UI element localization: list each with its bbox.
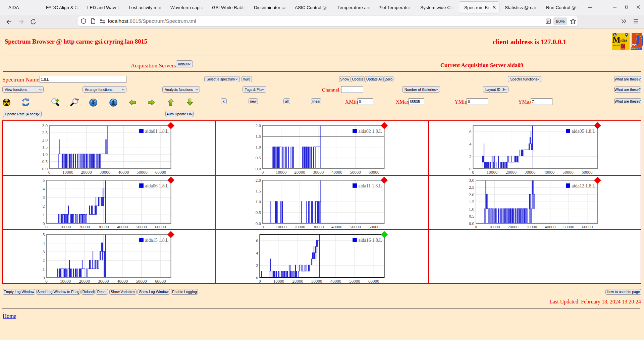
- svg-text:0: 0: [475, 224, 477, 229]
- svg-text:40000: 40000: [117, 224, 128, 229]
- svg-text:60000: 60000: [155, 278, 166, 283]
- svg-text:0.5: 0.5: [255, 210, 261, 215]
- svg-text:10000: 10000: [60, 224, 71, 229]
- svg-text:0: 0: [259, 278, 261, 283]
- svg-text:3: 3: [43, 249, 45, 254]
- svg-text:1.0: 1.0: [42, 152, 48, 157]
- svg-text:0: 0: [261, 170, 264, 175]
- svg-text:5: 5: [43, 232, 45, 237]
- svg-text:0.0: 0.0: [469, 221, 474, 226]
- svg-text:60000: 60000: [155, 170, 166, 175]
- svg-text:powered by: powered by: [613, 45, 620, 46]
- svg-text:2: 2: [43, 204, 45, 209]
- svg-text:2.0: 2.0: [42, 137, 48, 143]
- svg-text:4: 4: [256, 250, 258, 256]
- svg-text:10000: 10000: [62, 170, 73, 175]
- svg-text:0: 0: [43, 221, 45, 226]
- svg-text:30000: 30000: [313, 170, 324, 175]
- svg-text:30000: 30000: [526, 224, 537, 229]
- svg-text:0.5: 0.5: [255, 155, 261, 160]
- svg-text:20000: 20000: [79, 278, 90, 283]
- svg-text:0: 0: [45, 278, 48, 283]
- svg-text:TCL: TCL: [632, 43, 639, 47]
- svg-text:1.0: 1.0: [255, 145, 261, 150]
- svg-text:60000: 60000: [368, 170, 379, 175]
- svg-text:50000: 50000: [562, 170, 574, 175]
- svg-text:aida06 1.8.L: aida06 1.8.L: [145, 183, 169, 188]
- svg-text:20000: 20000: [294, 170, 305, 175]
- svg-text:40000: 40000: [330, 278, 341, 283]
- svg-text:M: M: [612, 35, 621, 44]
- svg-text:20000: 20000: [507, 224, 519, 229]
- svg-text:30000: 30000: [311, 278, 322, 283]
- svg-text:0.0: 0.0: [255, 166, 261, 171]
- svg-text:50000: 50000: [137, 170, 148, 175]
- svg-text:10000: 10000: [489, 224, 500, 229]
- svg-text:0.5: 0.5: [42, 159, 48, 164]
- svg-text:idas: idas: [621, 38, 627, 42]
- svg-text:1.5: 1.5: [255, 188, 261, 193]
- svg-text:0.0: 0.0: [255, 221, 261, 226]
- svg-text:40000: 40000: [545, 224, 556, 229]
- svg-text:0.5: 0.5: [469, 214, 474, 219]
- svg-text:30000: 30000: [98, 224, 109, 229]
- svg-text:20000: 20000: [505, 170, 517, 175]
- svg-text:30000: 30000: [98, 278, 109, 283]
- svg-text:6: 6: [256, 238, 258, 243]
- svg-text:4: 4: [469, 141, 472, 147]
- svg-text:20000: 20000: [79, 224, 90, 229]
- svg-text:10000: 10000: [273, 278, 284, 283]
- svg-text:20000: 20000: [294, 224, 305, 229]
- svg-text:40000: 40000: [331, 224, 342, 229]
- svg-text:40000: 40000: [118, 170, 129, 175]
- svg-text:aida01 1.8.L: aida01 1.8.L: [145, 129, 169, 134]
- svg-text:6: 6: [469, 129, 472, 134]
- svg-text:40000: 40000: [543, 170, 554, 175]
- svg-text:2: 2: [256, 263, 258, 268]
- svg-text:30000: 30000: [525, 170, 536, 175]
- svg-text:60000: 60000: [582, 224, 593, 229]
- svg-text:aida02 1.8.L: aida02 1.8.L: [358, 129, 382, 134]
- svg-text:40000: 40000: [331, 170, 342, 175]
- svg-text:10000: 10000: [60, 278, 71, 283]
- svg-text:2.0: 2.0: [255, 178, 261, 183]
- svg-text:aida05 1.8.L: aida05 1.8.L: [572, 129, 595, 134]
- svg-text:10000: 10000: [486, 170, 497, 175]
- svg-text:60000: 60000: [368, 224, 379, 229]
- svg-text:0: 0: [43, 275, 45, 280]
- svg-text:0: 0: [45, 224, 48, 229]
- svg-text:5: 5: [43, 178, 45, 183]
- svg-text:1.5: 1.5: [469, 199, 474, 204]
- svg-text:60000: 60000: [155, 224, 166, 229]
- svg-text:50000: 50000: [350, 170, 361, 175]
- svg-text:10000: 10000: [276, 224, 287, 229]
- svg-text:3: 3: [43, 195, 45, 200]
- svg-text:2.0: 2.0: [255, 123, 261, 128]
- svg-text:2.5: 2.5: [42, 130, 48, 135]
- svg-text:2.5: 2.5: [469, 185, 474, 190]
- svg-text:0: 0: [48, 170, 51, 175]
- svg-text:10000: 10000: [276, 170, 287, 175]
- svg-text:1: 1: [43, 266, 45, 271]
- svg-text:2: 2: [43, 258, 45, 263]
- svg-text:20000: 20000: [81, 170, 92, 175]
- svg-text:2: 2: [469, 154, 472, 159]
- svg-text:MIDAS: MIDAS: [621, 48, 625, 50]
- svg-text:20000: 20000: [292, 278, 303, 283]
- svg-text:0: 0: [472, 170, 474, 175]
- svg-text:aida16 1.8.L: aida16 1.8.L: [358, 237, 382, 242]
- svg-text:60000: 60000: [581, 170, 592, 175]
- svg-text:30000: 30000: [313, 224, 324, 229]
- svg-text:0: 0: [469, 166, 472, 171]
- svg-text:0: 0: [261, 224, 264, 229]
- svg-text:1.5: 1.5: [42, 145, 48, 150]
- svg-text:4: 4: [43, 186, 45, 191]
- svg-text:50000: 50000: [136, 278, 147, 283]
- svg-text:3.0: 3.0: [469, 178, 474, 183]
- svg-text:50000: 50000: [136, 224, 147, 229]
- svg-text:1.0: 1.0: [255, 199, 261, 204]
- svg-text:1: 1: [43, 212, 45, 217]
- svg-text:aida11 1.8.L: aida11 1.8.L: [358, 183, 382, 188]
- svg-text:4: 4: [43, 240, 45, 245]
- svg-text:30000: 30000: [100, 170, 111, 175]
